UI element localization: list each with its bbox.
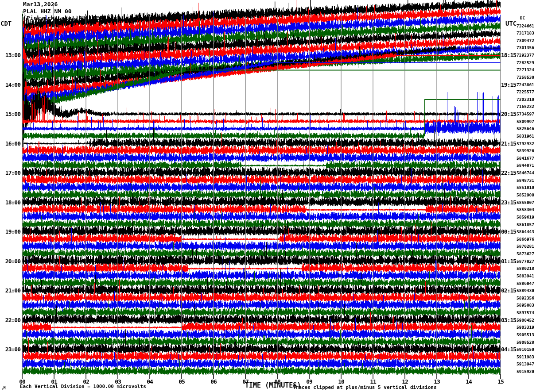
minute-tick-label: 06 <box>207 379 220 384</box>
dc-value: 5886047 <box>517 281 534 286</box>
dc-value: 7292377 <box>517 53 534 58</box>
dc-value: 5903319 <box>517 325 534 330</box>
minute-tick-label: 11 <box>367 379 379 384</box>
right-quarter-label: 23:15 <box>501 200 516 205</box>
right-quarter-label: 00:15 <box>501 229 516 234</box>
seismogram-canvas <box>0 0 536 392</box>
right-quarter-label: 02:15 <box>501 288 516 293</box>
left-hour-label: 17:00 <box>0 170 20 176</box>
left-hour-label: 20:00 <box>0 258 20 264</box>
dc-value: 5844071 <box>517 163 534 168</box>
title-date: Mar13,2026 <box>23 1 58 7</box>
dc-value: 7202310 <box>517 97 534 102</box>
minute-tick-label: 13 <box>431 379 443 384</box>
dc-value: 7317183 <box>517 31 534 35</box>
left-timezone-label: CDT <box>0 20 12 27</box>
right-quarter-label: 19:15 <box>501 82 516 88</box>
dc-value: 5846744 <box>517 171 534 175</box>
dc-value: 5908528 <box>517 340 534 345</box>
dc-value: 5873627 <box>517 252 534 256</box>
title-location: (Pickwick Lake, AL (CERI)) <box>23 15 113 21</box>
dc-value: 7165232 <box>517 104 534 109</box>
minute-tick-label: 10 <box>335 379 347 384</box>
right-quarter-label: 21:15 <box>501 141 516 146</box>
dc-value: 5851010 <box>517 185 534 190</box>
left-hour-label: 18:00 <box>0 200 20 205</box>
left-hour-label: 19:00 <box>0 229 20 234</box>
minute-tick-label: 09 <box>303 379 315 384</box>
dc-value: 5809997 <box>517 119 534 124</box>
dc-value: 5910150 <box>517 347 534 352</box>
dc-value: 5911983 <box>517 355 534 359</box>
title-station: PLAL HHZ NM 00 <box>23 8 72 14</box>
dc-value: 5831961 <box>517 134 534 138</box>
dc-value: 7282529 <box>517 61 534 65</box>
minute-tick-label: 05 <box>175 379 188 384</box>
right-quarter-label: 22:15 <box>501 170 516 176</box>
right-timezone-label: UTC <box>505 20 517 27</box>
dc-value: 7271324 <box>517 68 534 72</box>
minute-tick-label: 12 <box>399 379 411 384</box>
dc-value: 5915920 <box>517 369 534 374</box>
dc-value: 5859619 <box>517 215 534 219</box>
dc-value: 5889430 <box>517 288 534 293</box>
dc-value: 5841677 <box>517 156 534 161</box>
dc-value: 5905513 <box>517 333 534 337</box>
dc-value: 5897574 <box>517 311 534 315</box>
dc-value: 5861857 <box>517 223 534 227</box>
dc-value: 5825646 <box>517 127 534 131</box>
left-hour-label: 14:00 <box>0 82 20 88</box>
dc-value: 7324661 <box>517 24 534 28</box>
dc-value: 5877027 <box>517 259 534 264</box>
dc-value: 5895083 <box>517 303 534 307</box>
left-hour-label: 16:00 <box>0 141 20 146</box>
minute-tick-label: 15 <box>494 379 507 384</box>
dc-value: 5883941 <box>517 274 534 278</box>
dc-value: 7243861 <box>517 83 534 87</box>
heliplot-screen: Mar13,2026 PLAL HHZ NM 00 (Pickwick Lake… <box>0 0 536 392</box>
right-quarter-label: 18:15 <box>501 52 516 58</box>
dc-value: 5880218 <box>517 266 534 271</box>
dc-value: 7301356 <box>517 46 534 50</box>
right-quarter-label: 04:15 <box>501 346 516 352</box>
dc-value: 5913947 <box>517 362 534 366</box>
minute-tick-label: 14 <box>462 379 475 384</box>
dc-value: 5839926 <box>517 149 534 153</box>
right-quarter-label: 03:15 <box>501 317 516 323</box>
dc-value: 5900452 <box>517 318 534 323</box>
dc-value: 5855007 <box>517 200 534 205</box>
dc-column-header: DC <box>520 16 525 20</box>
dc-value: 5792932 <box>517 142 534 146</box>
left-hour-label: 23:00 <box>0 346 20 352</box>
footer-scale-note: Each Vertical Division = 1000.00 microvo… <box>20 384 146 389</box>
dc-value: 5852908 <box>517 193 534 197</box>
dc-value: 5864443 <box>517 230 534 234</box>
left-hour-label: 21:00 <box>0 288 20 293</box>
dc-value: 5892356 <box>517 296 534 300</box>
dc-value: 7258530 <box>517 75 534 80</box>
dc-value: 5870281 <box>517 244 534 249</box>
right-quarter-label: 01:15 <box>501 258 516 264</box>
left-hour-label: 22:00 <box>0 317 20 323</box>
footer-clip-note: Traces clipped at plus/minus 5 vertical … <box>293 385 437 390</box>
right-quarter-label: 20:15 <box>501 111 516 117</box>
dc-value: 7309472 <box>517 38 534 43</box>
dc-value: 5866976 <box>517 237 534 242</box>
dc-value: 5734597 <box>517 112 534 116</box>
corner-mark: ‚M <box>1 387 6 390</box>
dc-value: 7225577 <box>517 90 534 94</box>
dc-value: 5848731 <box>517 178 534 183</box>
dc-value: 5858304 <box>517 208 534 212</box>
left-hour-label: 15:00 <box>0 111 20 117</box>
left-hour-label: 13:00 <box>0 52 20 58</box>
